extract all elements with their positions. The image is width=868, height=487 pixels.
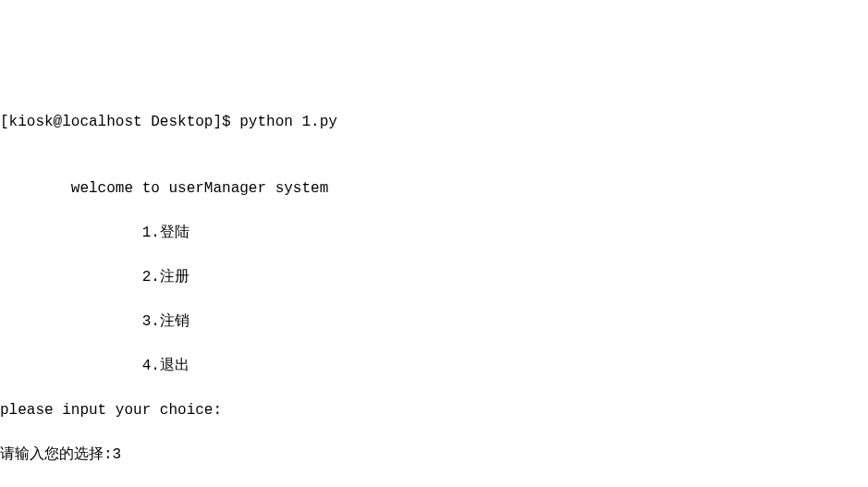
menu-option-exit: 4.退出 — [0, 355, 868, 377]
menu-option-register: 2.注册 — [0, 266, 868, 288]
shell-prompt-line: [kiosk@localhost Desktop]$ python 1.py — [0, 111, 868, 133]
terminal-output: [kiosk@localhost Desktop]$ python 1.py w… — [0, 89, 868, 487]
choice-input-line: 请输入您的选择:3 — [0, 444, 868, 466]
input-prompt: please input your choice: — [0, 399, 868, 421]
menu-option-logout: 3.注销 — [0, 310, 868, 333]
menu-option-login: 1.登陆 — [0, 222, 868, 244]
menu-header: welcome to userManager system — [0, 177, 868, 200]
